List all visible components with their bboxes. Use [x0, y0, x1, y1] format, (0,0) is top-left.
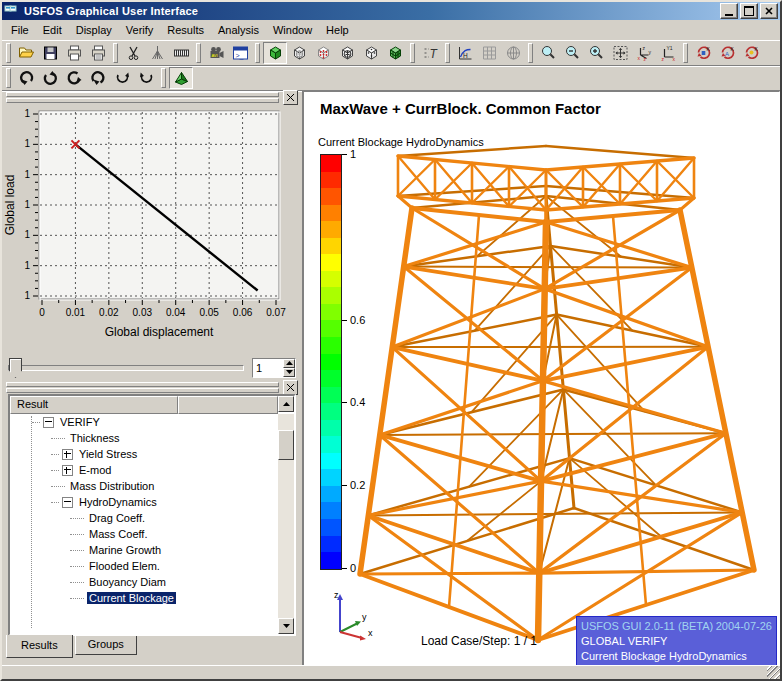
toolbar-grip[interactable]: [528, 43, 533, 63]
jacket-structure-model[interactable]: [350, 142, 780, 654]
rotate-left-icon[interactable]: [62, 67, 86, 89]
expand-icon[interactable]: [62, 449, 73, 460]
cube-red-dots-icon[interactable]: [311, 42, 335, 64]
menu-help[interactable]: Help: [319, 22, 356, 38]
title-bar[interactable]: USFOS Graphical User Interface: [2, 2, 780, 20]
toolbar-grip[interactable]: [6, 68, 11, 88]
cube-wire-icon[interactable]: [287, 42, 311, 64]
tree-item-label[interactable]: Buoyancy Diam: [87, 576, 168, 588]
print-copy-icon[interactable]: [86, 42, 110, 64]
plot-dock-handle[interactable]: [6, 92, 298, 102]
tree-item-mass-coeff-[interactable]: Mass Coeff.: [10, 526, 278, 542]
tree-item-hydrodynamics[interactable]: HydroDynamics: [10, 494, 278, 510]
tree-item-label[interactable]: E-mod: [77, 464, 113, 476]
zoom-in-icon[interactable]: [584, 42, 608, 64]
cube-pie-icon[interactable]: [335, 42, 359, 64]
menu-edit[interactable]: Edit: [36, 22, 69, 38]
toolbar-grip[interactable]: [196, 43, 201, 63]
spin-ccw-icon[interactable]: [134, 67, 158, 89]
tree-item-label[interactable]: VERIFY: [58, 416, 102, 428]
step-slider-handle[interactable]: [9, 358, 22, 378]
console-icon[interactable]: >_: [228, 42, 252, 64]
tree-item-label[interactable]: Mass Coeff.: [87, 528, 150, 540]
tree-item-label[interactable]: Thickness: [68, 432, 122, 444]
toolbar-grip[interactable]: [255, 43, 260, 63]
rotate-view-y-icon[interactable]: AK: [715, 42, 739, 64]
tree-header-blank[interactable]: [178, 396, 278, 414]
expand-icon[interactable]: [62, 465, 73, 476]
tree-item-label[interactable]: Yield Stress: [77, 448, 139, 460]
toolbar-grip[interactable]: [113, 43, 118, 63]
open-file-icon[interactable]: [14, 42, 38, 64]
tree-item-e-mod[interactable]: E-mod: [10, 462, 278, 478]
tree-item-label[interactable]: HydroDynamics: [77, 496, 159, 508]
minimize-button[interactable]: [720, 3, 738, 19]
cube-mesh-icon[interactable]: [383, 42, 407, 64]
resize-grip[interactable]: [767, 666, 780, 679]
tree-item-label[interactable]: Current Blockage: [87, 592, 176, 604]
tree-scroll-up-button[interactable]: [278, 396, 294, 412]
tree-item-label[interactable]: Mass Distribution: [68, 480, 156, 492]
tree-item-thickness[interactable]: Thickness: [10, 430, 278, 446]
shaded-view-icon[interactable]: [169, 67, 193, 89]
grid-icon[interactable]: [477, 42, 501, 64]
menu-analysis[interactable]: Analysis: [211, 22, 266, 38]
tree-item-label[interactable]: Flooded Elem.: [87, 560, 162, 572]
rotate-view-x-icon[interactable]: K: [691, 42, 715, 64]
close-button[interactable]: [760, 3, 778, 19]
zoom-extents-icon[interactable]: [608, 42, 632, 64]
menu-results[interactable]: Results: [160, 22, 211, 38]
cut-icon[interactable]: [121, 42, 145, 64]
tree-scrollbar[interactable]: [278, 414, 294, 634]
menu-window[interactable]: Window: [266, 22, 319, 38]
tree-scrollbar-thumb[interactable]: [278, 430, 294, 460]
cube-solid-icon[interactable]: [263, 42, 287, 64]
axes-view-icon[interactable]: Y1zx: [656, 42, 680, 64]
tree-item-yield-stress[interactable]: Yield Stress: [10, 446, 278, 462]
collapse-icon[interactable]: [43, 417, 54, 428]
plot-history-icon[interactable]: H: [453, 42, 477, 64]
tree-item-current-blockage[interactable]: Current Blockage: [10, 590, 278, 606]
tree-header-result[interactable]: Result: [10, 396, 178, 414]
zoom-icon[interactable]: [536, 42, 560, 64]
tree-item-drag-coeff-[interactable]: Drag Coeff.: [10, 510, 278, 526]
rotate-cw-down-icon[interactable]: [14, 67, 38, 89]
rotate-view-z-icon[interactable]: K: [739, 42, 763, 64]
tree-item-verify[interactable]: VERIFY: [10, 414, 278, 430]
toolbar-grip[interactable]: [445, 43, 450, 63]
maximize-button[interactable]: [740, 3, 758, 19]
toolbar-grip[interactable]: [410, 43, 415, 63]
tree-item-label[interactable]: Marine Growth: [87, 544, 163, 556]
menu-file[interactable]: File: [4, 22, 36, 38]
toolbar-grip[interactable]: [161, 68, 166, 88]
plot-dock-close-button[interactable]: [283, 90, 298, 105]
camera-icon[interactable]: AVI: [204, 42, 228, 64]
film-icon[interactable]: [169, 42, 193, 64]
tree-item-flooded-elem-[interactable]: Flooded Elem.: [10, 558, 278, 574]
tab-groups[interactable]: Groups: [75, 636, 137, 655]
axes-xyz-icon[interactable]: zyxz: [632, 42, 656, 64]
step-spinbox[interactable]: 1: [252, 358, 296, 378]
menu-verify[interactable]: Verify: [119, 22, 161, 38]
toolbar-grip[interactable]: [683, 43, 688, 63]
spin-cw-icon[interactable]: [110, 67, 134, 89]
rotate-ccw-up-icon[interactable]: [38, 67, 62, 89]
brush-icon[interactable]: [145, 42, 169, 64]
tree-dock-handle[interactable]: [6, 382, 298, 392]
collapse-icon[interactable]: [62, 497, 73, 508]
step-down-button[interactable]: [283, 368, 295, 377]
save-icon[interactable]: [38, 42, 62, 64]
tree-item-label[interactable]: Drag Coeff.: [87, 512, 147, 524]
zoom-out-icon[interactable]: [560, 42, 584, 64]
print-icon[interactable]: [62, 42, 86, 64]
tree-item-marine-growth[interactable]: Marine Growth: [10, 542, 278, 558]
toolbar-grip[interactable]: [6, 43, 11, 63]
menu-display[interactable]: Display: [69, 22, 119, 38]
cube-dots-icon[interactable]: [359, 42, 383, 64]
model-viewport[interactable]: MaxWave + CurrBlock. Common Factor Curre…: [302, 90, 781, 670]
label-tool-icon[interactable]: T: [418, 42, 442, 64]
step-slider[interactable]: [8, 365, 244, 371]
tree-dock-close-button[interactable]: [283, 380, 298, 395]
undo-rotate-icon[interactable]: [86, 67, 110, 89]
tree-item-buoyancy-diam[interactable]: Buoyancy Diam: [10, 574, 278, 590]
